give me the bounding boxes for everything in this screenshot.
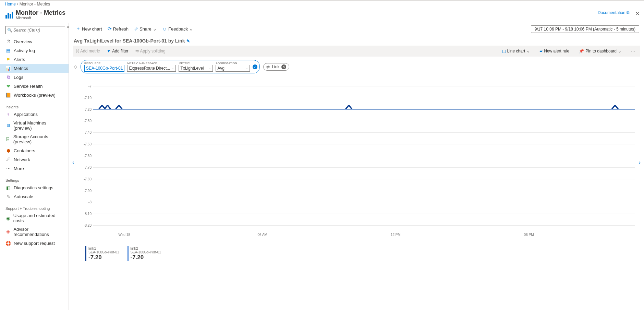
metric-selector[interactable]: TxLightLevel⌄ <box>179 65 213 72</box>
y-tick-label: -7.60 <box>83 154 92 158</box>
x-tick-label: 06 PM <box>524 233 534 237</box>
search-icon: 🔍 <box>7 28 12 33</box>
svg-rect-0 <box>5 15 7 19</box>
y-tick-label: -7.20 <box>83 107 92 111</box>
legend-value: -7.20 <box>131 254 161 261</box>
sidebar-item-metrics[interactable]: 📊Metrics <box>0 64 69 73</box>
legend-resource: SEA-100Gb-Port-01 <box>88 250 119 254</box>
nav-icon: ☄ <box>5 157 11 162</box>
refresh-button[interactable]: ⟳Refresh <box>105 25 132 33</box>
aggregation-label: AGGREGATION <box>216 62 250 65</box>
x-tick-label: Wed 18 <box>118 233 130 237</box>
command-bar: ＋New chart ⟳Refresh ⇗Share ⌄ ☺Feedback ⌄… <box>69 23 644 35</box>
nav-icon: ⏱ <box>5 39 11 44</box>
nav-icon: ⬢ <box>5 148 11 153</box>
chevron-down-icon: ⌄ <box>189 26 193 32</box>
sidebar-item-overview[interactable]: ⏱Overview <box>0 37 69 46</box>
y-tick-label: -7.40 <box>83 131 92 134</box>
chevron-down-icon: ⌄ <box>153 26 157 32</box>
sidebar-item-network[interactable]: ☄Network <box>0 155 69 164</box>
sidebar-item-new-support-request[interactable]: 🛟New support request <box>0 239 69 248</box>
confirm-icon[interactable]: ✓ <box>253 64 257 69</box>
y-tick-label: -7 <box>83 84 92 88</box>
svg-rect-2 <box>10 14 11 19</box>
time-range-picker[interactable]: 9/17 10:06 PM - 9/18 10:06 PM (Automatic… <box>531 25 639 33</box>
y-tick-label: -7.10 <box>83 96 92 99</box>
sidebar-item-activity-log[interactable]: ▤Activity log <box>0 46 69 55</box>
sidebar-item-alerts[interactable]: ⚑Alerts <box>0 55 69 64</box>
sidebar-item-more[interactable]: ⋯More <box>0 164 69 173</box>
breadcrumb-home[interactable]: Home <box>5 2 16 7</box>
pin-dashboard-button[interactable]: 📌Pin to dashboard ⌄ <box>575 49 625 53</box>
edit-icon[interactable]: ✎ <box>186 39 190 44</box>
nav-label: Virtual Machines (preview) <box>13 120 63 131</box>
sidebar-item-virtual-machines-preview-[interactable]: 🖥Virtual Machines (preview) <box>0 119 69 132</box>
nav-label: Activity log <box>14 48 35 53</box>
nav-icon: ◉ <box>5 215 11 221</box>
nav-icon: ♀ <box>5 111 11 117</box>
sidebar-item-logs[interactable]: ⧉Logs <box>0 73 69 82</box>
chart-option-bar: ᛞAdd metric ▼Add filter ⇉Apply splitting… <box>73 46 640 57</box>
chart-title: Avg TxLightLevel for SEA-100Gb-Port-01 b… <box>69 35 644 46</box>
y-tick-label: -8.10 <box>83 212 92 216</box>
sidebar-item-service-health[interactable]: ❤Service Health <box>0 82 69 91</box>
sidebar-item-usage-and-estimated-costs[interactable]: ◉Usage and estimated costs <box>0 211 69 225</box>
chart-icon: ◫ <box>502 49 506 53</box>
metric-swatch-icon: ◇ <box>74 64 77 69</box>
nav-icon: 🖥 <box>5 123 11 128</box>
feedback-button[interactable]: ☺Feedback ⌄ <box>159 25 196 33</box>
nav-label: Metrics <box>14 66 28 71</box>
sidebar-item-applications[interactable]: ♀Applications <box>0 110 69 119</box>
resource-label: RESOURCE <box>84 62 124 65</box>
resource-selector[interactable]: SEA-100Gb-Port-01 <box>84 65 124 72</box>
line-chart-dropdown[interactable]: ◫Line chart ⌄ <box>499 49 534 53</box>
close-icon[interactable]: ✕ <box>635 10 640 15</box>
y-tick-label: -8.20 <box>83 224 92 227</box>
breadcrumb-current: Monitor - Metrics <box>20 2 50 7</box>
nav-label: Workbooks (preview) <box>14 93 56 98</box>
more-button[interactable]: ⋯ <box>628 49 639 53</box>
monitor-logo-icon <box>5 10 14 19</box>
search-input[interactable] <box>5 26 65 34</box>
line-icon: ᛞ <box>76 49 79 53</box>
new-chart-button[interactable]: ＋New chart <box>73 25 105 33</box>
split-pill[interactable]: ⇄ Link ✕ <box>263 63 289 71</box>
nav-icon: ⧉ <box>5 74 11 80</box>
aggregation-selector[interactable]: Avg⌄ <box>216 65 250 72</box>
nav-label: Diagnostics settings <box>14 185 53 190</box>
sidebar-item-workbooks-preview-[interactable]: 📙Workbooks (preview) <box>0 91 69 99</box>
split-arrow-icon: ⇄ <box>266 64 270 69</box>
sidebar-item-containers[interactable]: ⬢Containers <box>0 146 69 155</box>
nav-icon: 🛟 <box>5 240 11 246</box>
sidebar: « 🔍 ⏱Overview▤Activity log⚑Alerts📊Metric… <box>0 23 69 310</box>
filter-icon: ▼ <box>107 49 111 53</box>
external-link-icon: ⧉ <box>627 10 630 15</box>
legend-name: link2 <box>131 246 161 250</box>
scroll-right-icon[interactable]: › <box>639 159 641 166</box>
sidebar-item-storage-accounts-preview-[interactable]: 🗄Storage Accounts (preview) <box>0 132 69 146</box>
legend-item[interactable]: link1SEA-100Gb-Port-01-7.20 <box>85 246 119 261</box>
metric-label: METRIC <box>179 62 213 65</box>
page-title: Monitor - Metrics <box>16 9 65 16</box>
plus-icon: ＋ <box>76 26 81 32</box>
chart-plot[interactable]: -8.20-8.10-8-7.90-7.80-7.70-7.60-7.50-7.… <box>85 80 635 231</box>
add-metric-button[interactable]: ᛞAdd metric <box>73 49 103 53</box>
sidebar-item-advisor-recommendations[interactable]: ✚Advisor recommendations <box>0 225 69 239</box>
documentation-link[interactable]: Documentation ⧉ <box>598 10 630 15</box>
sidebar-item-autoscale[interactable]: ✎Autoscale <box>0 192 69 201</box>
apply-splitting-button[interactable]: ⇉Apply splitting <box>132 49 169 53</box>
share-button[interactable]: ⇗Share ⌄ <box>131 25 159 33</box>
chart-series <box>93 80 635 231</box>
nav-label: Applications <box>14 112 38 117</box>
pin-icon: 📌 <box>579 49 584 53</box>
scroll-left-icon[interactable]: ‹ <box>72 159 74 166</box>
add-filter-button[interactable]: ▼Add filter <box>103 49 132 53</box>
sidebar-search: 🔍 <box>5 26 65 34</box>
nav-icon: ✎ <box>5 194 11 199</box>
sidebar-item-diagnostics-settings[interactable]: ◧Diagnostics settings <box>0 183 69 192</box>
namespace-selector[interactable]: ExpressRoute Direct...⌄ <box>127 65 176 72</box>
remove-split-icon[interactable]: ✕ <box>281 64 286 69</box>
new-alert-rule-button[interactable]: ▰New alert rule <box>536 49 573 53</box>
nav-label: Usage and estimated costs <box>13 213 63 223</box>
legend-item[interactable]: link2SEA-100Gb-Port-01-7.20 <box>127 246 161 261</box>
